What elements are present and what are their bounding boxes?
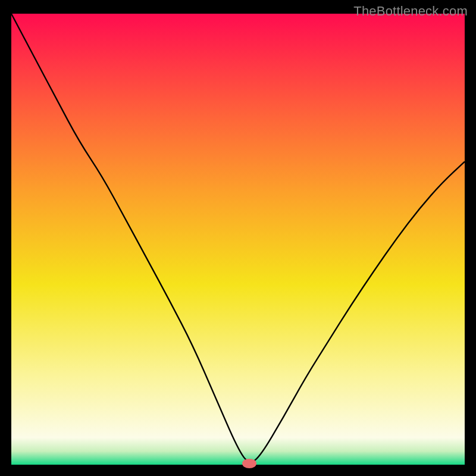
watermark-text: TheBottleneck.com	[353, 4, 468, 19]
bottleneck-chart	[0, 0, 476, 476]
